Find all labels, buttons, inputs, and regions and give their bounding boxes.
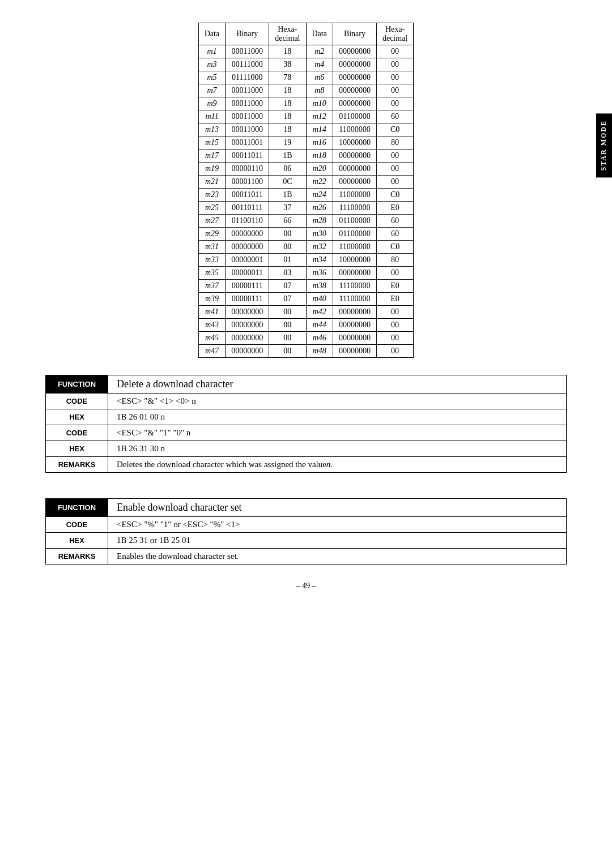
- hex-cell: 00: [269, 306, 306, 319]
- code-label-1a: CODE: [46, 394, 108, 409]
- binary-cell: 00000000: [333, 163, 376, 176]
- binary-cell: 00000000: [226, 228, 269, 241]
- data-cell: m14: [306, 123, 333, 136]
- binary-cell: 10000000: [333, 136, 376, 149]
- table-row: m430000000000m440000000000: [198, 319, 414, 332]
- data-cell: m8: [306, 84, 333, 97]
- binary-cell: 00000111: [226, 293, 269, 306]
- hex-cell: 00: [269, 228, 306, 241]
- binary-cell: 11000000: [333, 123, 376, 136]
- table-row: m50111100078m60000000000: [198, 71, 414, 84]
- data-cell: m32: [306, 241, 333, 254]
- binary-cell: 00001100: [226, 176, 269, 189]
- hex-cell: 07: [269, 293, 306, 306]
- data-cell: m18: [306, 149, 333, 163]
- data-cell: m17: [198, 149, 225, 163]
- data-cell: m11: [198, 110, 225, 123]
- binary-cell: 00000011: [226, 267, 269, 280]
- data-cell: m3: [198, 58, 225, 71]
- data-cell: m41: [198, 306, 225, 319]
- binary-cell: 00111000: [226, 58, 269, 71]
- remarks-row-2: REMARKS Enables the download character s…: [45, 549, 567, 565]
- data-cell: m21: [198, 176, 225, 189]
- hex-cell: 00: [376, 319, 413, 332]
- hex-row-1a: HEX 1B 26 01 00 n: [45, 409, 567, 425]
- table-row: m350000001103m360000000000: [198, 267, 414, 280]
- data-cell: m7: [198, 84, 225, 97]
- data-cell: m20: [306, 163, 333, 176]
- data-cell: m46: [306, 332, 333, 345]
- binary-cell: 00000001: [226, 254, 269, 267]
- binary-cell: 00000000: [333, 97, 376, 110]
- hex-cell: E0: [376, 293, 413, 306]
- binary-cell: 00000000: [226, 332, 269, 345]
- function-label-2: FUNCTION: [46, 499, 108, 516]
- data-cell: m28: [306, 215, 333, 228]
- binary-cell: 00011000: [226, 45, 269, 58]
- hex-cell: 0C: [269, 176, 306, 189]
- col-header-data1: Data: [198, 23, 225, 45]
- code-label-2: CODE: [46, 517, 108, 532]
- binary-cell: 00000000: [333, 71, 376, 84]
- remarks-content-1: Deletes the download character which was…: [108, 457, 566, 472]
- table-row: m23000110111Bm2411000000C0: [198, 189, 414, 202]
- data-cell: m34: [306, 254, 333, 267]
- table-row: m190000011006m200000000000: [198, 163, 414, 176]
- function-row-2: FUNCTION Enable download character set: [45, 498, 567, 517]
- hex-cell: 00: [376, 306, 413, 319]
- binary-cell: 00000000: [333, 45, 376, 58]
- binary-cell: 00000000: [333, 176, 376, 189]
- code-label-1b: CODE: [46, 425, 108, 441]
- table-row: m90001100018m100000000000: [198, 97, 414, 110]
- function-label-1: FUNCTION: [46, 375, 108, 393]
- data-cell: m45: [198, 332, 225, 345]
- data-cell: m2: [306, 45, 333, 58]
- data-cell: m25: [198, 202, 225, 215]
- hex-cell: 00: [376, 97, 413, 110]
- binary-cell: 00011011: [226, 149, 269, 163]
- hex-cell: 1B: [269, 189, 306, 202]
- hex-cell: 07: [269, 280, 306, 293]
- binary-cell: 00011011: [226, 189, 269, 202]
- hex-cell: C0: [376, 241, 413, 254]
- hex-cell: E0: [376, 202, 413, 215]
- binary-cell: 01100110: [226, 215, 269, 228]
- col-header-hex1: Hexa-decimal: [269, 23, 306, 45]
- hex-cell: E0: [376, 280, 413, 293]
- page-container: STAR MODE Data Binary Hexa-decimal Data …: [0, 0, 612, 613]
- binary-cell: 01100000: [333, 110, 376, 123]
- data-cell: m10: [306, 97, 333, 110]
- data-cell: m9: [198, 97, 225, 110]
- hex-cell: C0: [376, 123, 413, 136]
- data-cell: m27: [198, 215, 225, 228]
- data-cell: m40: [306, 293, 333, 306]
- data-cell: m36: [306, 267, 333, 280]
- hex-cell: C0: [376, 189, 413, 202]
- hex-cell: 18: [269, 97, 306, 110]
- data-cell: m26: [306, 202, 333, 215]
- code-content-1a: <ESC> "&" <1> <0> n: [108, 394, 566, 409]
- hex-cell: 00: [376, 45, 413, 58]
- hex-cell: 00: [376, 267, 413, 280]
- data-cell: m38: [306, 280, 333, 293]
- data-cell: m35: [198, 267, 225, 280]
- data-cell: m47: [198, 345, 225, 358]
- code-row-1a: CODE <ESC> "&" <1> <0> n: [45, 394, 567, 409]
- binary-cell: 10000000: [333, 254, 376, 267]
- hex-cell: 60: [376, 228, 413, 241]
- table-row: m70001100018m80000000000: [198, 84, 414, 97]
- data-cell: m44: [306, 319, 333, 332]
- hex-label-2: HEX: [46, 533, 108, 548]
- binary-cell: 11100000: [333, 202, 376, 215]
- data-cell: m37: [198, 280, 225, 293]
- hex-cell: 00: [376, 345, 413, 358]
- hex-cell: 18: [269, 110, 306, 123]
- table-row: m290000000000m300110000060: [198, 228, 414, 241]
- hex-cell: 19: [269, 136, 306, 149]
- code-content-1b: <ESC> "&" "1" "0" n: [108, 425, 566, 441]
- binary-cell: 11100000: [333, 293, 376, 306]
- hex-row-1b: HEX 1B 26 31 30 n: [45, 441, 567, 457]
- hex-cell: 00: [376, 58, 413, 71]
- section-delete-download: FUNCTION Delete a download character COD…: [45, 375, 567, 473]
- binary-cell: 00000000: [333, 267, 376, 280]
